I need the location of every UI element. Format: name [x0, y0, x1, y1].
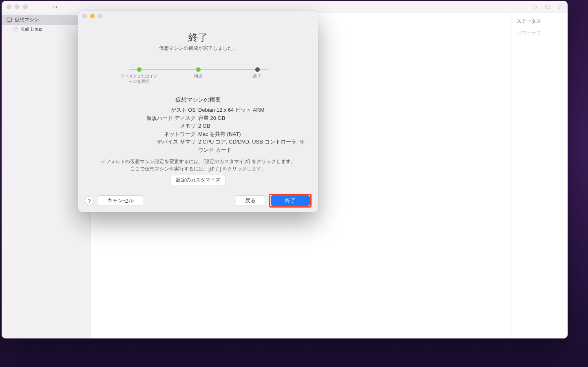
summary-key: 新規ハード ディスク — [90, 114, 198, 122]
summary-key: メモリ — [90, 122, 198, 130]
dialog-hint-text: デフォルトの仮想マシン設定を変更するには、[設定のカスタマイズ] をクリックしま… — [90, 158, 307, 172]
sidebar-group-vms[interactable]: 仮想マシン — [2, 15, 90, 25]
toolbar-right — [533, 4, 563, 10]
summary-value: Debian 12.x 64 ビット ARM — [198, 106, 307, 114]
cancel-button[interactable]: キャンセル — [98, 195, 143, 206]
dialog-subtitle: 仮想マシンの構成が完了しました。 — [159, 45, 237, 52]
plus-icon: + — [51, 4, 55, 10]
maximize-icon[interactable] — [23, 4, 28, 9]
close-icon[interactable] — [7, 4, 11, 9]
summary-row-guest-os: ゲスト OS Debian 12.x 64 ビット ARM — [90, 106, 307, 114]
finish-button[interactable]: 終了 — [271, 195, 310, 206]
summary-row-network: ネットワーク Mac を共有 (NAT) — [90, 130, 307, 138]
dialog-titlebar — [78, 11, 318, 21]
dialog-title: 終了 — [188, 31, 208, 44]
dialog-traffic-lights — [82, 14, 102, 18]
svg-rect-0 — [546, 5, 550, 9]
wizard-stepper: ディスクまたはイメージを選択 構成 終了 — [121, 67, 276, 84]
play-icon[interactable] — [533, 4, 538, 10]
back-button[interactable]: 戻る — [236, 195, 265, 206]
step-label: 終了 — [253, 73, 261, 79]
summary-row-devices: デバイス サマリ 2 CPU コア, CD/DVD, USB コントローラ, サ… — [90, 138, 307, 154]
sidebar: 仮想マシン Kali Linux — [2, 13, 91, 338]
sidebar-item-label: Kali Linux — [21, 27, 42, 32]
step-configure: 構成 — [180, 67, 217, 84]
sidebar-item-kali[interactable]: Kali Linux — [2, 25, 90, 34]
right-info-pane: ステータス パワーオフ — [511, 13, 568, 338]
close-icon[interactable] — [82, 14, 87, 18]
step-label: 構成 — [194, 73, 202, 79]
finish-button-highlight: 終了 — [269, 194, 312, 208]
snapshot-icon[interactable] — [545, 4, 550, 10]
minimize-icon[interactable] — [90, 14, 95, 18]
status-value: パワーオフ — [517, 30, 562, 37]
main-traffic-lights — [7, 4, 28, 9]
maximize-icon[interactable] — [98, 14, 102, 18]
status-heading: ステータス — [517, 18, 562, 25]
customize-settings-button[interactable]: 設定のカスタマイズ — [171, 175, 225, 185]
step-select-disk: ディスクまたはイメージを選択 — [121, 67, 157, 84]
summary-value: 2 CPU コア, CD/DVD, USB コントローラ, サウンド カード — [198, 138, 307, 154]
step-done-icon — [137, 67, 141, 72]
svg-point-2 — [14, 27, 18, 32]
dialog-body: 終了 仮想マシンの構成が完了しました。 ディスクまたはイメージを選択 構成 終了… — [78, 21, 318, 189]
summary-key: デバイス サマリ — [90, 138, 198, 154]
settings-icon[interactable] — [557, 4, 563, 10]
chevron-down-icon: ▾ — [55, 5, 57, 9]
summary-row-disk: 新規ハード ディスク 容量 20 GB — [90, 114, 307, 122]
summary-key: ネットワーク — [90, 130, 198, 138]
finish-dialog: 終了 仮想マシンの構成が完了しました。 ディスクまたはイメージを選択 構成 終了… — [78, 11, 318, 212]
add-menu-button[interactable]: + ▾ — [51, 4, 57, 10]
step-current-icon — [255, 67, 260, 72]
sidebar-group-label: 仮想マシン — [15, 16, 39, 23]
minimize-icon[interactable] — [15, 4, 20, 9]
summary-value: 容量 20 GB — [198, 114, 307, 122]
step-label: ディスクまたはイメージを選択 — [121, 73, 157, 84]
svg-rect-1 — [7, 18, 11, 21]
summary-key: ゲスト OS — [90, 106, 198, 114]
kali-icon — [13, 27, 19, 32]
step-done-icon — [196, 67, 201, 72]
dialog-footer: ? キャンセル 戻る 終了 — [78, 189, 318, 212]
vm-summary: 仮想マシンの概要 ゲスト OS Debian 12.x 64 ビット ARM 新… — [90, 96, 307, 154]
summary-heading: 仮想マシンの概要 — [90, 96, 307, 104]
help-button[interactable]: ? — [85, 196, 94, 205]
summary-value: Mac を共有 (NAT) — [198, 130, 307, 138]
summary-value: 2 GB — [198, 122, 307, 130]
monitor-icon — [7, 17, 12, 23]
step-finish: 終了 — [239, 67, 276, 84]
summary-row-memory: メモリ 2 GB — [90, 122, 307, 130]
